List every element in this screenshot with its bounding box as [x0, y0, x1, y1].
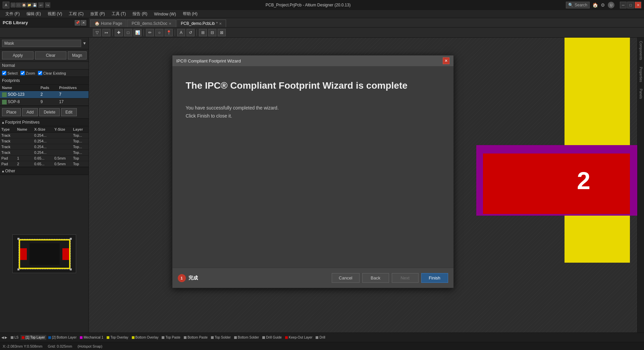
tab-pcblib-close[interactable]: ✕ — [219, 22, 222, 26]
home-icon[interactable]: 🏠 — [592, 2, 598, 8]
layer-ls[interactable]: LS — [9, 335, 20, 340]
toolbar-text-btn[interactable]: A — [177, 29, 185, 36]
fp-row-sop8[interactable]: SOP-8 9 17 — [0, 98, 89, 105]
undo-btn[interactable]: ↩ — [38, 2, 44, 8]
layer-top-solder[interactable]: Top Solder — [210, 335, 232, 340]
prim-xsize-1: 0.254... — [33, 138, 53, 144]
place-button[interactable]: Place — [2, 108, 21, 116]
prim-row-0[interactable]: Track 0.254... Top... — [0, 132, 89, 138]
menu-file[interactable]: 文件 (F) — [3, 10, 22, 17]
prim-row-5[interactable]: Pad 2 0.65... 0.5mm Top — [0, 161, 89, 167]
modal-body: The IPC® Compliant Footprint Wizard is c… — [172, 66, 453, 268]
tabs-bar: 🏠 Home Page PCB_demo.SchDoc ✕ PCB_demo.P… — [89, 18, 644, 28]
modal-main-title: The IPC® Compliant Footprint Wizard is c… — [186, 80, 440, 92]
layer-mech1[interactable]: Mechanical 1 — [78, 335, 105, 340]
prim-row-2[interactable]: Track 0.254... Top... — [0, 144, 89, 149]
prim-row-4[interactable]: Pad 1 0.65... 0.5mm Top — [0, 155, 89, 161]
menu-project[interactable]: 工程 (C) — [66, 10, 86, 17]
layer-drill-guide[interactable]: Drill Guide — [261, 335, 283, 340]
tab-schdoc[interactable]: PCB_demo.SchDoc ✕ — [127, 19, 176, 27]
maximize-btn[interactable]: □ — [627, 2, 634, 8]
fp-prims-sod123: 7 — [57, 91, 89, 98]
toolbar-rect-btn[interactable]: □ — [124, 29, 132, 36]
user-avatar[interactable]: U — [608, 2, 614, 8]
toolbar-pencil-btn[interactable]: ✏ — [146, 29, 154, 36]
fp-row-sod123[interactable]: SOD-123 2 7 — [0, 91, 89, 98]
apply-button[interactable]: Apply — [2, 51, 34, 59]
prim-row-3[interactable]: Track 0.254... Top... — [0, 149, 89, 155]
clear-existing-check[interactable] — [38, 71, 42, 75]
minimap — [12, 234, 76, 273]
panel-title: PCB Library — [3, 20, 28, 25]
menu-place[interactable]: 放置 (P) — [88, 10, 107, 17]
menu-window[interactable]: Window (W) — [151, 11, 178, 17]
menu-report[interactable]: 报告 (R) — [130, 10, 150, 17]
layer-bot-overlay[interactable]: Bottom Overlay — [130, 335, 160, 340]
select-check[interactable] — [2, 71, 6, 75]
delete-button[interactable]: Delete — [39, 108, 60, 116]
modal-close-btn[interactable]: ✕ — [443, 57, 449, 64]
panels-handle[interactable]: Panels — [639, 89, 643, 99]
zoom-checkbox[interactable]: Zoom — [20, 71, 35, 75]
prim-row-1[interactable]: Track 0.254... Top... — [0, 138, 89, 144]
layer-next[interactable]: ▶ — [5, 336, 7, 339]
toolbar-3d-btn[interactable]: ⊠ — [218, 29, 226, 36]
layer-keepout[interactable]: Keep-Out Layer — [284, 335, 314, 340]
toolbar-rotate-btn[interactable]: ↺ — [186, 29, 195, 36]
layer-bottom[interactable]: [2] Bottom Layer — [47, 335, 78, 340]
layer-bot-paste[interactable]: Bottom Paste — [182, 335, 209, 340]
magn-button[interactable]: Magn — [68, 51, 87, 59]
menu-edit[interactable]: 编辑 (E) — [24, 10, 44, 17]
clear-button[interactable]: Clear — [35, 51, 66, 59]
window-title: PCB_Project.PrjPcb - Altium Designer (20… — [50, 3, 566, 7]
next-button[interactable]: Next — [392, 273, 419, 283]
pcb-canvas[interactable]: ✳ ✳ 2 IPC® Compliant Footprint Wizard ✕ … — [89, 38, 637, 333]
toolbar-push-btn[interactable]: ↦ — [102, 29, 110, 36]
menu-view[interactable]: 视图 (V) — [45, 10, 65, 17]
finish-button[interactable]: Finish — [421, 273, 448, 283]
minimize-btn[interactable]: ─ — [620, 2, 627, 8]
back-button[interactable]: Back — [362, 273, 389, 283]
add-button[interactable]: Add — [22, 108, 38, 116]
tab-pcblib[interactable]: PCB_demo.PcbLib * ✕ — [176, 19, 226, 27]
settings-icon[interactable]: ⚙ — [601, 2, 605, 8]
search-box[interactable]: 🔍 Search — [566, 2, 590, 8]
menu-help[interactable]: 帮助 (H) — [180, 10, 200, 17]
tab-schdoc-close[interactable]: ✕ — [169, 22, 171, 26]
layer-top-paste[interactable]: Top Paste — [160, 335, 181, 340]
panel-pin-btn[interactable]: 📌 — [75, 20, 80, 26]
prim-col-layer: Layer — [72, 126, 89, 133]
toolbar-plus-btn[interactable]: ✚ — [115, 29, 123, 36]
svg-rect-4 — [30, 243, 60, 265]
mask-dropdown[interactable]: Mask — [2, 40, 81, 47]
cancel-button[interactable]: Cancel — [332, 273, 359, 283]
col-pads: Pads — [39, 85, 57, 91]
select-checkbox[interactable]: Select — [2, 71, 18, 75]
prim-col-ysize: Y-Size — [53, 126, 72, 133]
toolbar-chart-btn[interactable]: 📊 — [133, 29, 142, 36]
layer-bot-solder[interactable]: Bottom Solder — [233, 335, 260, 340]
svg-rect-32 — [262, 336, 265, 339]
toolbar-frame-btn[interactable]: ⊞ — [199, 29, 207, 36]
toolbar-pin-btn[interactable]: 📍 — [165, 29, 173, 36]
menu-tools[interactable]: 工具 (T) — [109, 10, 129, 17]
layer-top[interactable]: [1] Top Layer — [20, 335, 46, 340]
edit-button[interactable]: Edit — [61, 108, 77, 116]
layer-prev[interactable]: ◀ — [1, 336, 4, 339]
clear-existing-checkbox[interactable]: Clear Existing — [38, 71, 66, 75]
tab-home[interactable]: 🏠 Home Page — [90, 19, 126, 27]
redo-btn[interactable]: ↪ — [45, 2, 50, 8]
toolbar-circle-btn[interactable]: ○ — [155, 29, 163, 36]
prim-type-2: Track — [0, 144, 16, 149]
panel-close-btn[interactable]: ✕ — [81, 20, 86, 26]
prim-type-1: Track — [0, 138, 16, 144]
layer-top-overlay[interactable]: Top Overlay — [105, 335, 129, 340]
prim-name-5: 2 — [16, 161, 33, 167]
properties-handle[interactable]: Properties — [639, 67, 643, 82]
toolbar-array-btn[interactable]: ⊟ — [208, 29, 216, 36]
zoom-check[interactable] — [20, 71, 25, 75]
toolbar-filter-btn[interactable]: ▽ — [93, 29, 101, 36]
layer-drill[interactable]: Drill — [314, 335, 326, 340]
components-handle[interactable]: Components — [639, 41, 643, 60]
close-btn[interactable]: ✕ — [635, 2, 641, 8]
